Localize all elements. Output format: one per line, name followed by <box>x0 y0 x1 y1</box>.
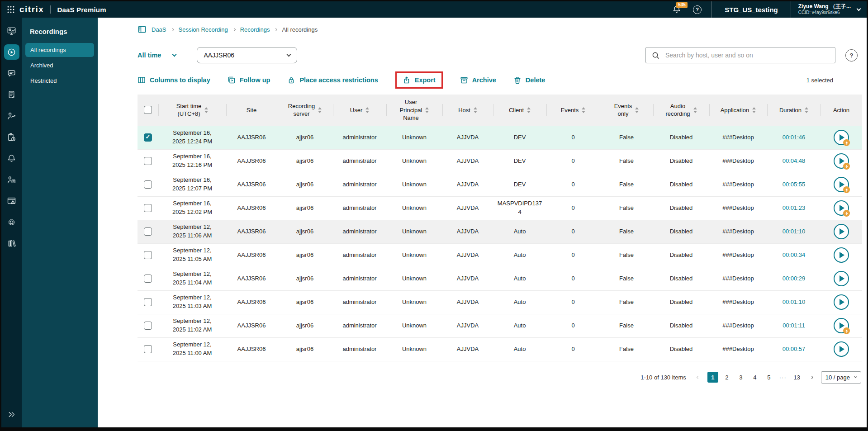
next-page-icon[interactable] <box>809 374 815 380</box>
troubleshoot-warning-icon[interactable] <box>4 193 19 208</box>
page-button-3[interactable]: 3 <box>735 372 746 383</box>
alerts-bell-icon[interactable] <box>4 151 19 166</box>
sidebar-item-all-recordings[interactable]: All recordings <box>25 43 94 57</box>
columns-to-display-button[interactable]: Columns to display <box>138 76 210 84</box>
play-button[interactable] <box>834 153 849 169</box>
identity-users-icon[interactable] <box>4 172 19 187</box>
chevron-down-icon[interactable] <box>857 7 861 11</box>
sort-icon[interactable] <box>635 107 639 113</box>
play-button[interactable] <box>834 247 849 263</box>
notifications-bell-icon[interactable]: 535 <box>672 5 681 14</box>
sort-icon[interactable] <box>693 107 697 113</box>
breadcrumb-item[interactable]: Recordings <box>240 26 270 33</box>
sort-icon[interactable] <box>527 107 531 113</box>
user-analytics-icon[interactable] <box>4 108 19 123</box>
row-checkbox[interactable] <box>144 275 152 283</box>
page-button-13[interactable]: 13 <box>792 372 802 383</box>
previous-page-icon[interactable] <box>695 374 701 380</box>
feedback-chat-icon[interactable] <box>4 66 19 81</box>
column-header-application[interactable]: Application <box>709 95 767 126</box>
column-header-events_only[interactable]: Events only <box>600 95 653 126</box>
column-header-user[interactable]: User <box>333 95 386 126</box>
page-button-2[interactable]: 2 <box>721 372 732 383</box>
sort-icon[interactable] <box>474 107 477 113</box>
monitor-dashboard-icon[interactable] <box>4 23 19 38</box>
follow-up-icon <box>228 76 236 84</box>
user-name: Ziyue Wang （王子... <box>798 3 851 10</box>
cell-site: AAJJSR06 <box>237 133 266 142</box>
column-header-upn[interactable]: User Principal Name <box>386 95 442 126</box>
cell-events: 0 <box>571 157 574 166</box>
column-header-audio_recording[interactable]: Audio recording <box>653 95 709 126</box>
column-header-host[interactable]: Host <box>442 95 493 126</box>
archive-button[interactable]: Archive <box>460 76 496 84</box>
column-header-start_time[interactable]: Start time (UTC+8) <box>158 95 226 126</box>
cell-upn: Unknown <box>402 275 427 283</box>
play-button[interactable] <box>834 177 849 192</box>
sort-icon[interactable] <box>582 107 585 113</box>
scheduled-tasks-icon[interactable] <box>4 129 19 145</box>
page-button-4[interactable]: 4 <box>749 372 760 383</box>
sort-icon[interactable] <box>425 107 429 113</box>
cell-client: MASPVDIPD1374 <box>497 199 543 217</box>
action-toolbar: Columns to display Follow up Place acces… <box>138 70 862 90</box>
export-button[interactable]: Export <box>403 76 436 84</box>
cell-upn: Unknown <box>402 298 427 307</box>
expand-rail-icon[interactable] <box>4 407 19 422</box>
play-button[interactable] <box>834 271 849 286</box>
sort-icon[interactable] <box>805 107 808 113</box>
settings-gear-icon[interactable] <box>4 214 19 230</box>
page-button-5[interactable]: 5 <box>764 372 774 383</box>
column-header-client[interactable]: Client <box>493 95 546 126</box>
user-menu[interactable]: Ziyue Wang （王子... CCID: v4ay9xr6ske6 <box>791 1 867 18</box>
org-name[interactable]: STG_US_testing <box>712 6 791 14</box>
time-range-filter[interactable]: All time <box>138 52 176 59</box>
sort-icon[interactable] <box>318 107 322 113</box>
help-icon[interactable]: ? <box>693 5 702 14</box>
row-checkbox[interactable] <box>144 251 152 259</box>
navigation-rail <box>1 18 22 427</box>
play-icon <box>840 346 844 352</box>
panel-toggle-icon[interactable] <box>138 25 147 34</box>
delete-button[interactable]: Delete <box>513 76 545 84</box>
cell-user: administrator <box>342 275 376 283</box>
place-access-restrictions-button[interactable]: Place access restrictions <box>287 76 378 84</box>
breadcrumb-item[interactable]: Session Recording <box>179 26 228 33</box>
row-checkbox[interactable] <box>144 298 152 306</box>
follow-up-button[interactable]: Follow up <box>228 76 270 84</box>
play-button[interactable] <box>834 318 849 333</box>
session-recording-icon[interactable] <box>4 44 19 60</box>
play-button[interactable] <box>834 294 849 310</box>
play-button[interactable] <box>834 341 849 357</box>
column-header-duration[interactable]: Duration <box>767 95 821 126</box>
select-all-checkbox[interactable] <box>144 106 152 114</box>
server-filter-select[interactable]: AAJJSR06 <box>197 47 297 63</box>
row-checkbox[interactable] <box>144 133 152 142</box>
page-size-select[interactable]: 10 / page <box>821 371 861 384</box>
page-button-1[interactable]: 1 <box>707 372 718 383</box>
search-help-icon[interactable]: ? <box>845 49 858 62</box>
sort-icon[interactable] <box>365 107 369 113</box>
row-checkbox[interactable] <box>144 345 152 353</box>
column-header-recording_server[interactable]: Recording server <box>277 95 333 126</box>
sidebar-item-restricted[interactable]: Restricted <box>25 74 94 88</box>
row-checkbox[interactable] <box>144 227 152 236</box>
play-button[interactable] <box>834 130 849 145</box>
sidebar-item-archived[interactable]: Archived <box>25 58 94 72</box>
sort-icon[interactable] <box>204 107 208 113</box>
sort-icon[interactable] <box>752 107 756 113</box>
row-checkbox[interactable] <box>144 180 152 189</box>
column-header-events[interactable]: Events <box>546 95 600 126</box>
library-books-icon[interactable] <box>4 236 19 251</box>
script-log-icon[interactable] <box>4 87 19 102</box>
play-button[interactable] <box>834 224 849 239</box>
play-button[interactable] <box>834 200 849 216</box>
row-checkbox[interactable] <box>144 204 152 212</box>
row-checkbox[interactable] <box>144 157 152 165</box>
breadcrumb-item[interactable]: DaaS <box>152 26 166 33</box>
row-checkbox[interactable] <box>144 322 152 330</box>
column-header-action: Action <box>821 95 862 126</box>
table-header: Start time (UTC+8)SiteRecording serverUs… <box>138 95 862 126</box>
search-input[interactable] <box>665 52 829 59</box>
app-grid-icon[interactable] <box>7 5 15 14</box>
